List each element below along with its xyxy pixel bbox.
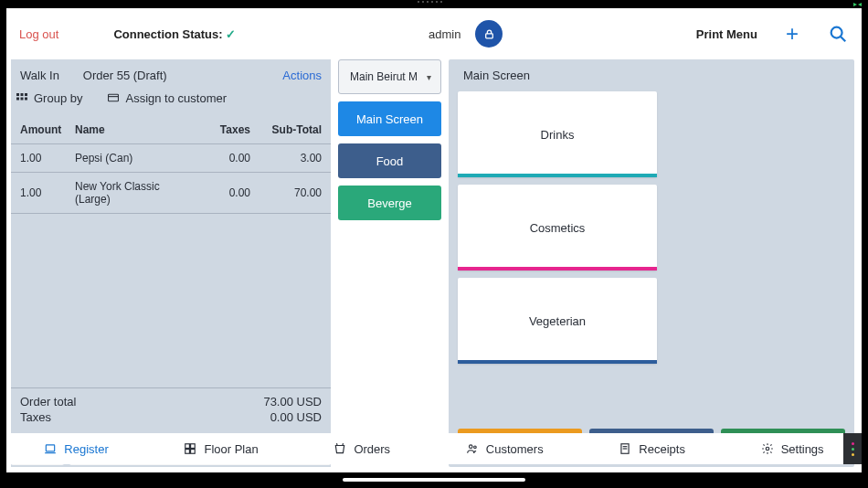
home-indicator [343,478,525,482]
category-column: Main Beirut M ▾ Main Screen Food Beverge [338,59,441,467]
customers-icon [466,442,479,455]
svg-rect-16 [191,450,196,454]
table-row[interactable]: 1.00 Pepsi (Can) 0.00 3.00 [11,144,331,173]
nav-floor-plan[interactable]: Floor Plan [184,442,258,456]
svg-rect-8 [25,97,27,100]
svg-point-17 [469,445,472,449]
search-button[interactable] [827,23,849,45]
orders-icon [333,442,346,455]
logout-link[interactable]: Log out [19,27,58,41]
cat-beverage[interactable]: Beverge [338,186,441,220]
svg-rect-15 [185,450,190,454]
svg-rect-9 [109,94,119,101]
status-indicator-icon: ▸◂ [853,0,863,8]
nav-settings[interactable]: Settings [761,442,824,456]
col-amount: Amount [20,123,75,136]
bottom-nav: Register Floor Plan Orders Customers Rec… [6,433,862,464]
search-icon [828,24,848,44]
gear-icon [761,442,774,455]
svg-rect-6 [16,97,19,100]
order-panel: Walk In Order 55 (Draft) Actions Group b… [11,59,331,467]
card-drinks[interactable]: Drinks [458,91,657,177]
location-select[interactable]: Main Beirut M ▾ [338,59,441,94]
walk-in-label: Walk In [20,69,59,82]
table-row[interactable]: 1.00 New York Classic (Large) 0.00 70.00 [11,173,331,214]
svg-point-18 [473,446,476,449]
header-bar: Log out Connection Status:✓ admin Print … [6,8,862,59]
col-subtotal: Sub-Total [250,123,322,136]
floor-icon [184,442,196,455]
receipts-icon [619,442,631,455]
assign-customer-button[interactable]: Assign to customer [108,91,227,105]
side-panel-toggle[interactable] [843,433,862,464]
register-icon [44,442,57,455]
lock-button[interactable] [475,20,503,48]
svg-rect-14 [191,444,196,449]
chevron-down-icon: ▾ [427,72,431,82]
svg-rect-7 [21,97,24,100]
col-taxes: Taxes [188,123,250,136]
col-name: Name [75,123,188,136]
svg-line-2 [841,37,845,41]
lock-icon [483,28,495,40]
svg-rect-3 [16,93,19,96]
add-button[interactable]: + [781,23,803,45]
cat-main-screen[interactable]: Main Screen [338,101,441,136]
order-actions-link[interactable]: Actions [282,69,322,82]
nav-register[interactable]: Register [44,442,108,456]
card-cosmetics[interactable]: Cosmetics [458,185,657,271]
connection-status: Connection Status:✓ [113,27,235,41]
nav-customers[interactable]: Customers [466,442,544,456]
svg-rect-5 [25,93,27,96]
svg-point-1 [831,27,842,38]
svg-rect-4 [21,93,24,96]
group-by-button[interactable]: Group by [16,91,82,105]
check-icon: ✓ [226,27,236,41]
cat-food[interactable]: Food [338,143,441,178]
card-vegetarian[interactable]: Vegeterian [458,278,657,364]
app-window: Log out Connection Status:✓ admin Print … [6,8,862,472]
svg-rect-11 [47,445,55,451]
grid-icon [16,93,27,104]
svg-point-22 [766,447,769,451]
print-menu-button[interactable]: Print Menu [696,27,757,41]
svg-rect-13 [185,444,190,449]
products-panel: Main Screen Drinks Cosmetics Vegeterian … [449,59,854,467]
user-label: admin [429,27,460,41]
order-table: Amount Name Taxes Sub-Total 1.00 Pepsi (… [11,116,331,387]
notch-dots [418,1,450,5]
screen-title: Main Screen [458,69,845,82]
card-icon [108,93,119,104]
nav-orders[interactable]: Orders [333,442,390,456]
nav-receipts[interactable]: Receipts [619,442,685,456]
order-totals: Order total73.00 USD Taxes0.00 USD [11,387,331,434]
svg-rect-0 [486,33,493,37]
order-title: Order 55 (Draft) [83,69,167,82]
